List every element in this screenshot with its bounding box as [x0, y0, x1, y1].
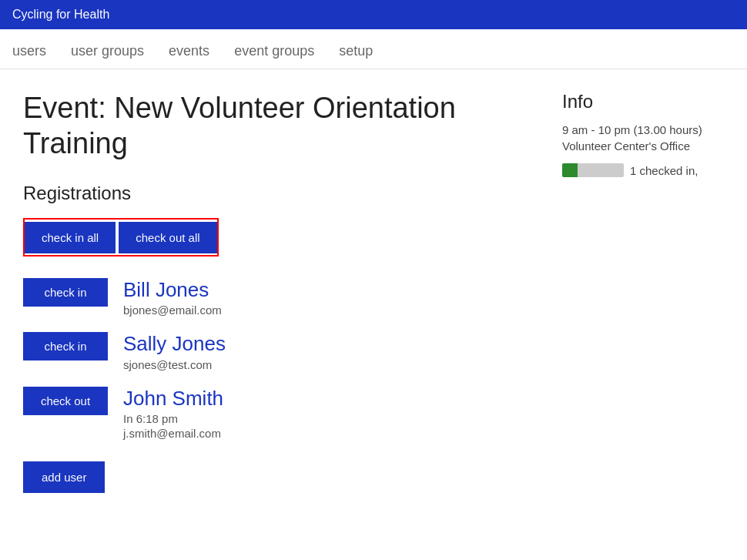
- user-email-bill: bjones@email.com: [123, 303, 222, 317]
- nav-event-groups[interactable]: event groups: [234, 43, 314, 59]
- main-nav: users user groups events event groups se…: [0, 29, 747, 69]
- table-row: check in Bill Jones bjones@email.com: [23, 278, 531, 317]
- nav-users[interactable]: users: [12, 43, 46, 59]
- check-in-button-sally[interactable]: check in: [23, 332, 108, 360]
- table-row: check in Sally Jones sjones@test.com: [23, 332, 531, 371]
- registration-list: check in Bill Jones bjones@email.com che…: [23, 278, 531, 440]
- nav-events[interactable]: events: [169, 43, 209, 59]
- checkin-status: 1 checked in,: [562, 163, 732, 177]
- check-in-button-bill[interactable]: check in: [23, 278, 108, 307]
- check-out-button-john[interactable]: check out: [23, 387, 108, 415]
- check-in-all-button[interactable]: check in all: [25, 222, 116, 253]
- user-name-bill: Bill Jones: [123, 278, 222, 302]
- registrations-heading: Registrations: [23, 183, 531, 204]
- page-title: Event: New Volunteer Orientation Trainin…: [23, 91, 531, 161]
- check-out-all-button[interactable]: check out all: [119, 222, 216, 253]
- left-panel: Event: New Volunteer Orientation Trainin…: [23, 91, 531, 493]
- nav-setup[interactable]: setup: [339, 43, 373, 59]
- progress-bar: [562, 163, 624, 177]
- info-time: 9 am - 10 pm (13.00 hours): [562, 123, 732, 136]
- user-info-sally: Sally Jones sjones@test.com: [123, 332, 226, 371]
- user-name-john: John Smith: [123, 387, 223, 411]
- bulk-actions-group: check in all check out all: [23, 218, 219, 257]
- user-email-sally: sjones@test.com: [123, 358, 226, 371]
- top-bar: Cycling for Health: [0, 0, 747, 29]
- app-title: Cycling for Health: [12, 8, 109, 21]
- table-row: check out John Smith In 6:18 pm j.smith@…: [23, 387, 531, 440]
- user-info-john: John Smith In 6:18 pm j.smith@email.com: [123, 387, 223, 440]
- nav-user-groups[interactable]: user groups: [71, 43, 144, 59]
- checked-in-count: 1 checked in,: [630, 164, 698, 177]
- info-location: Volunteer Center's Office: [562, 139, 732, 153]
- user-name-sally: Sally Jones: [123, 332, 226, 356]
- user-checkin-time-john: In 6:18 pm: [123, 412, 223, 425]
- user-email-john: j.smith@email.com: [123, 427, 223, 440]
- main-content: Event: New Volunteer Orientation Trainin…: [0, 69, 747, 508]
- user-info-bill: Bill Jones bjones@email.com: [123, 278, 222, 317]
- info-panel: Info 9 am - 10 pm (13.00 hours) Voluntee…: [531, 91, 732, 493]
- add-user-button[interactable]: add user: [23, 461, 105, 493]
- progress-fill: [562, 163, 578, 177]
- info-heading: Info: [562, 91, 732, 112]
